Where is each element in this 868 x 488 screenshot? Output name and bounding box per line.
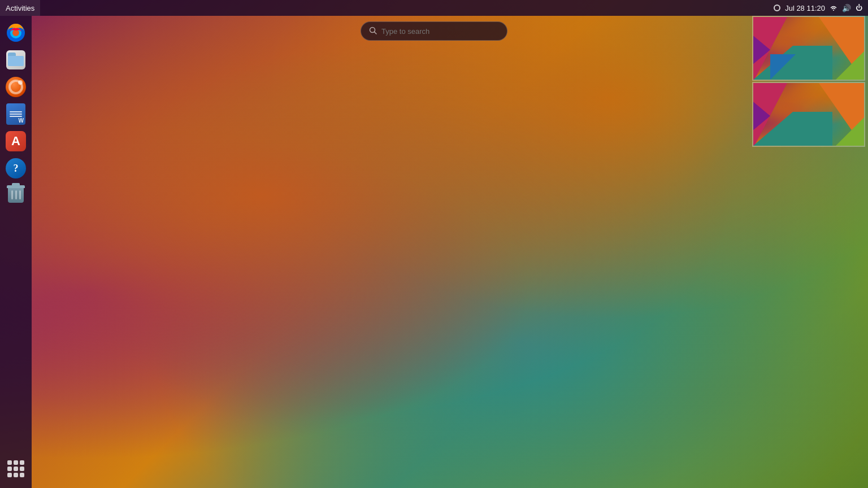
- datetime-label[interactable]: Jul 28 11:20: [785, 4, 825, 12]
- dock-item-rhythmbox[interactable]: [3, 75, 28, 99]
- dock: A ?: [0, 16, 32, 488]
- search-container: [361, 21, 507, 41]
- search-bar[interactable]: [361, 21, 507, 41]
- help-icon: ?: [6, 158, 26, 178]
- rhythmbox-icon: [6, 77, 26, 97]
- volume-icon[interactable]: 🔊: [842, 4, 851, 12]
- firefox-icon: [6, 23, 26, 43]
- dock-item-trash[interactable]: [3, 183, 28, 208]
- appcenter-icon: A: [6, 131, 26, 151]
- dock-item-files[interactable]: [3, 47, 28, 72]
- trash-icon: [7, 185, 25, 206]
- files-icon: [6, 50, 25, 69]
- wallpaper: [0, 0, 868, 488]
- grid-icon: [7, 460, 24, 477]
- dock-item-appcenter[interactable]: A: [3, 129, 28, 154]
- screenbright-icon[interactable]: [774, 5, 780, 11]
- dock-item-writer[interactable]: [3, 102, 28, 127]
- search-input[interactable]: [381, 27, 489, 36]
- writer-icon: [6, 103, 25, 125]
- window-thumb-1[interactable]: [752, 16, 865, 81]
- search-icon: [369, 27, 377, 36]
- dock-item-help[interactable]: ?: [3, 156, 28, 181]
- wifi-icon[interactable]: [830, 4, 837, 12]
- topbar: Activities Jul 28 11:20 🔊 ⏻: [0, 0, 868, 16]
- activities-button[interactable]: Activities: [0, 0, 40, 16]
- dock-item-firefox[interactable]: [3, 20, 28, 45]
- show-applications-button[interactable]: [3, 456, 28, 481]
- window-thumbnails: [752, 16, 868, 147]
- svg-line-4: [375, 32, 377, 34]
- window-thumb-2[interactable]: [752, 82, 865, 147]
- activities-label: Activities: [6, 4, 34, 12]
- power-icon[interactable]: ⏻: [856, 4, 862, 12]
- topbar-right: Jul 28 11:20 🔊 ⏻: [774, 4, 868, 12]
